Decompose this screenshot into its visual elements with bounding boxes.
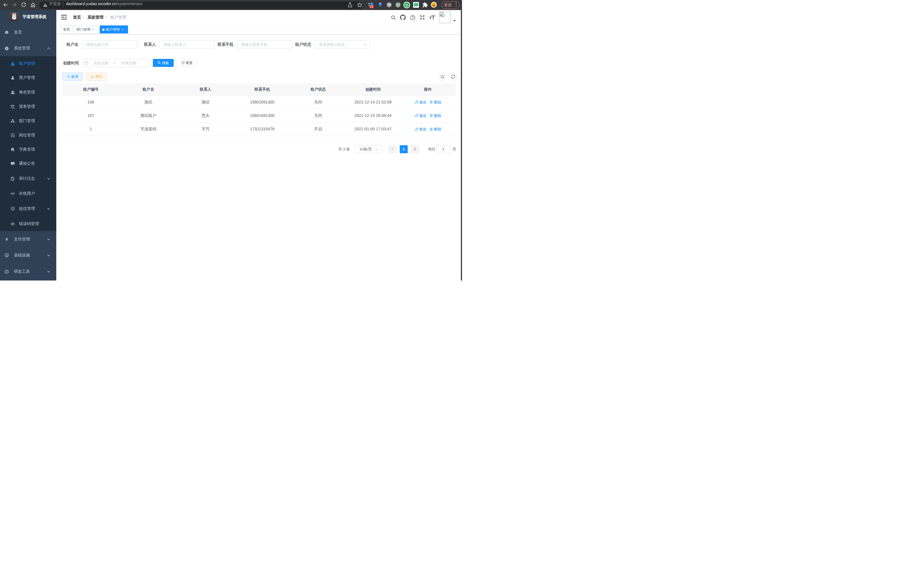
svg-text:⌘: ⌘ — [387, 3, 391, 7]
svg-text:¥: ¥ — [6, 237, 8, 242]
